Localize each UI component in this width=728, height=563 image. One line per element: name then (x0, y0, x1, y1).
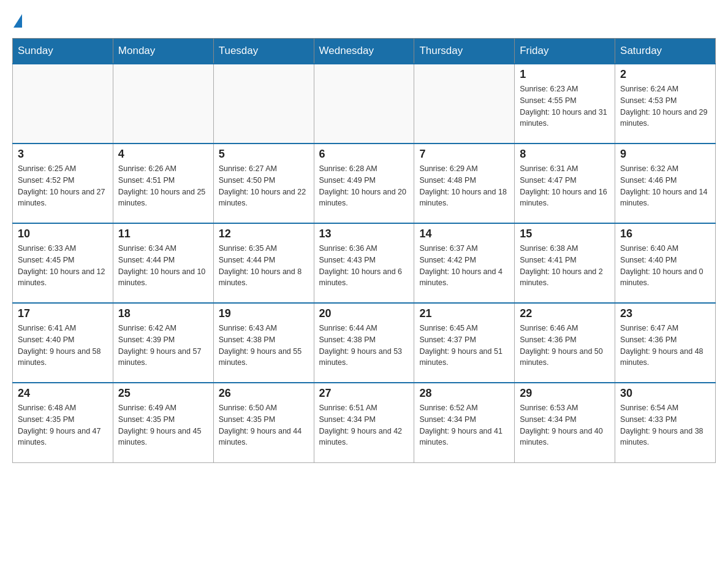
logo (12, 12, 22, 26)
day-number: 2 (620, 68, 710, 81)
calendar-cell: 29Sunrise: 6:53 AM Sunset: 4:34 PM Dayli… (515, 383, 615, 462)
day-info: Sunrise: 6:49 AM Sunset: 4:35 PM Dayligh… (118, 402, 208, 448)
calendar-cell: 2Sunrise: 6:24 AM Sunset: 4:53 PM Daylig… (615, 64, 716, 144)
logo-triangle-icon (13, 14, 22, 28)
day-number: 12 (219, 228, 309, 240)
calendar-cell: 18Sunrise: 6:42 AM Sunset: 4:39 PM Dayli… (113, 303, 213, 383)
calendar-cell: 26Sunrise: 6:50 AM Sunset: 4:35 PM Dayli… (213, 383, 314, 462)
day-info: Sunrise: 6:51 AM Sunset: 4:34 PM Dayligh… (319, 402, 409, 448)
calendar-cell: 23Sunrise: 6:47 AM Sunset: 4:36 PM Dayli… (615, 303, 716, 383)
day-info: Sunrise: 6:45 AM Sunset: 4:37 PM Dayligh… (419, 323, 509, 369)
calendar-cell: 4Sunrise: 6:26 AM Sunset: 4:51 PM Daylig… (113, 144, 213, 223)
day-number: 18 (118, 307, 208, 320)
weekday-header-monday: Monday (113, 39, 213, 64)
week-row-5: 24Sunrise: 6:48 AM Sunset: 4:35 PM Dayli… (13, 383, 716, 462)
calendar-cell: 24Sunrise: 6:48 AM Sunset: 4:35 PM Dayli… (13, 383, 113, 462)
day-number: 14 (419, 228, 509, 240)
weekday-header-wednesday: Wednesday (314, 39, 414, 64)
calendar-cell: 16Sunrise: 6:40 AM Sunset: 4:40 PM Dayli… (615, 223, 716, 303)
day-number: 28 (419, 387, 509, 400)
day-number: 5 (219, 148, 309, 161)
day-info: Sunrise: 6:25 AM Sunset: 4:52 PM Dayligh… (18, 163, 108, 209)
day-info: Sunrise: 6:31 AM Sunset: 4:47 PM Dayligh… (520, 163, 610, 209)
day-number: 8 (520, 148, 610, 161)
day-number: 20 (319, 307, 409, 320)
day-number: 21 (419, 307, 509, 320)
calendar-cell: 27Sunrise: 6:51 AM Sunset: 4:34 PM Dayli… (314, 383, 414, 462)
day-info: Sunrise: 6:28 AM Sunset: 4:49 PM Dayligh… (319, 163, 409, 209)
calendar-cell (113, 64, 213, 144)
day-number: 26 (219, 387, 309, 400)
calendar-cell: 11Sunrise: 6:34 AM Sunset: 4:44 PM Dayli… (113, 223, 213, 303)
calendar-cell: 5Sunrise: 6:27 AM Sunset: 4:50 PM Daylig… (213, 144, 314, 223)
calendar-cell: 15Sunrise: 6:38 AM Sunset: 4:41 PM Dayli… (515, 223, 615, 303)
day-info: Sunrise: 6:34 AM Sunset: 4:44 PM Dayligh… (118, 243, 208, 289)
day-number: 4 (118, 148, 208, 161)
day-number: 9 (620, 148, 710, 161)
day-number: 11 (118, 228, 208, 240)
weekday-header-row: SundayMondayTuesdayWednesdayThursdayFrid… (13, 39, 716, 64)
day-number: 3 (18, 148, 108, 161)
day-info: Sunrise: 6:37 AM Sunset: 4:42 PM Dayligh… (419, 243, 509, 289)
day-info: Sunrise: 6:42 AM Sunset: 4:39 PM Dayligh… (118, 323, 208, 369)
day-info: Sunrise: 6:41 AM Sunset: 4:40 PM Dayligh… (18, 323, 108, 369)
calendar-cell: 13Sunrise: 6:36 AM Sunset: 4:43 PM Dayli… (314, 223, 414, 303)
calendar-cell: 21Sunrise: 6:45 AM Sunset: 4:37 PM Dayli… (414, 303, 515, 383)
day-info: Sunrise: 6:54 AM Sunset: 4:33 PM Dayligh… (620, 402, 710, 448)
day-info: Sunrise: 6:36 AM Sunset: 4:43 PM Dayligh… (319, 243, 409, 289)
day-info: Sunrise: 6:48 AM Sunset: 4:35 PM Dayligh… (18, 402, 108, 448)
calendar-cell: 25Sunrise: 6:49 AM Sunset: 4:35 PM Dayli… (113, 383, 213, 462)
day-number: 27 (319, 387, 409, 400)
calendar-cell: 14Sunrise: 6:37 AM Sunset: 4:42 PM Dayli… (414, 223, 515, 303)
calendar-cell: 30Sunrise: 6:54 AM Sunset: 4:33 PM Dayli… (615, 383, 716, 462)
day-number: 6 (319, 148, 409, 161)
calendar-cell: 3Sunrise: 6:25 AM Sunset: 4:52 PM Daylig… (13, 144, 113, 223)
calendar-cell (314, 64, 414, 144)
calendar-cell: 17Sunrise: 6:41 AM Sunset: 4:40 PM Dayli… (13, 303, 113, 383)
day-info: Sunrise: 6:23 AM Sunset: 4:55 PM Dayligh… (520, 83, 610, 129)
day-info: Sunrise: 6:26 AM Sunset: 4:51 PM Dayligh… (118, 163, 208, 209)
calendar-cell: 8Sunrise: 6:31 AM Sunset: 4:47 PM Daylig… (515, 144, 615, 223)
day-number: 17 (18, 307, 108, 320)
calendar-cell: 9Sunrise: 6:32 AM Sunset: 4:46 PM Daylig… (615, 144, 716, 223)
day-info: Sunrise: 6:32 AM Sunset: 4:46 PM Dayligh… (620, 163, 710, 209)
weekday-header-saturday: Saturday (615, 39, 716, 64)
day-number: 30 (620, 387, 710, 400)
weekday-header-thursday: Thursday (414, 39, 515, 64)
calendar-cell: 28Sunrise: 6:52 AM Sunset: 4:34 PM Dayli… (414, 383, 515, 462)
week-row-2: 3Sunrise: 6:25 AM Sunset: 4:52 PM Daylig… (13, 144, 716, 223)
weekday-header-friday: Friday (515, 39, 615, 64)
day-number: 22 (520, 307, 610, 320)
day-number: 10 (18, 228, 108, 240)
day-info: Sunrise: 6:27 AM Sunset: 4:50 PM Dayligh… (219, 163, 309, 209)
day-info: Sunrise: 6:40 AM Sunset: 4:40 PM Dayligh… (620, 243, 710, 289)
calendar-cell: 6Sunrise: 6:28 AM Sunset: 4:49 PM Daylig… (314, 144, 414, 223)
week-row-3: 10Sunrise: 6:33 AM Sunset: 4:45 PM Dayli… (13, 223, 716, 303)
calendar-table: SundayMondayTuesdayWednesdayThursdayFrid… (12, 38, 716, 463)
day-info: Sunrise: 6:47 AM Sunset: 4:36 PM Dayligh… (620, 323, 710, 369)
day-info: Sunrise: 6:52 AM Sunset: 4:34 PM Dayligh… (419, 402, 509, 448)
day-info: Sunrise: 6:53 AM Sunset: 4:34 PM Dayligh… (520, 402, 610, 448)
calendar-cell: 10Sunrise: 6:33 AM Sunset: 4:45 PM Dayli… (13, 223, 113, 303)
day-number: 25 (118, 387, 208, 400)
weekday-header-sunday: Sunday (13, 39, 113, 64)
week-row-4: 17Sunrise: 6:41 AM Sunset: 4:40 PM Dayli… (13, 303, 716, 383)
day-info: Sunrise: 6:44 AM Sunset: 4:38 PM Dayligh… (319, 323, 409, 369)
calendar-cell: 7Sunrise: 6:29 AM Sunset: 4:48 PM Daylig… (414, 144, 515, 223)
day-info: Sunrise: 6:46 AM Sunset: 4:36 PM Dayligh… (520, 323, 610, 369)
day-number: 1 (520, 68, 610, 81)
day-number: 13 (319, 228, 409, 240)
day-number: 19 (219, 307, 309, 320)
day-info: Sunrise: 6:43 AM Sunset: 4:38 PM Dayligh… (219, 323, 309, 369)
day-number: 16 (620, 228, 710, 240)
calendar-cell (13, 64, 113, 144)
weekday-header-tuesday: Tuesday (213, 39, 314, 64)
day-info: Sunrise: 6:33 AM Sunset: 4:45 PM Dayligh… (18, 243, 108, 289)
day-info: Sunrise: 6:50 AM Sunset: 4:35 PM Dayligh… (219, 402, 309, 448)
day-number: 15 (520, 228, 610, 240)
day-info: Sunrise: 6:29 AM Sunset: 4:48 PM Dayligh… (419, 163, 509, 209)
calendar-cell: 19Sunrise: 6:43 AM Sunset: 4:38 PM Dayli… (213, 303, 314, 383)
day-number: 7 (419, 148, 509, 161)
day-number: 23 (620, 307, 710, 320)
calendar-cell (213, 64, 314, 144)
